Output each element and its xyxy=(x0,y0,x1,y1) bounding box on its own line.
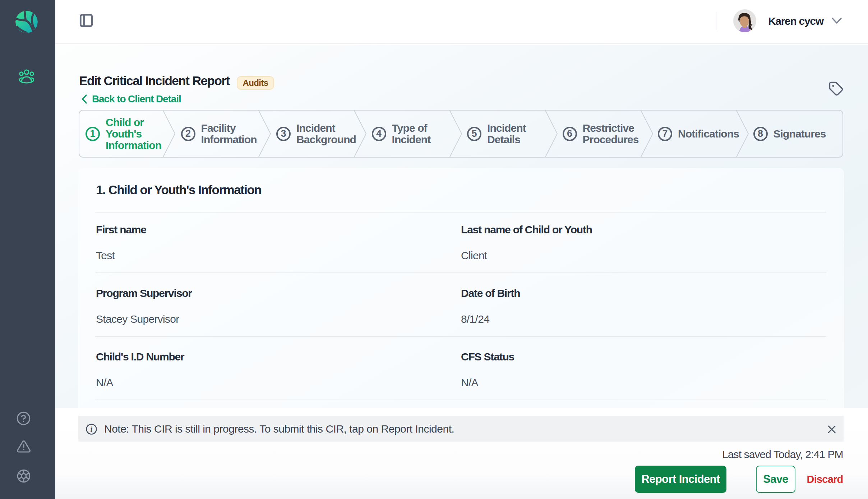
svg-text:i: i xyxy=(91,425,93,434)
